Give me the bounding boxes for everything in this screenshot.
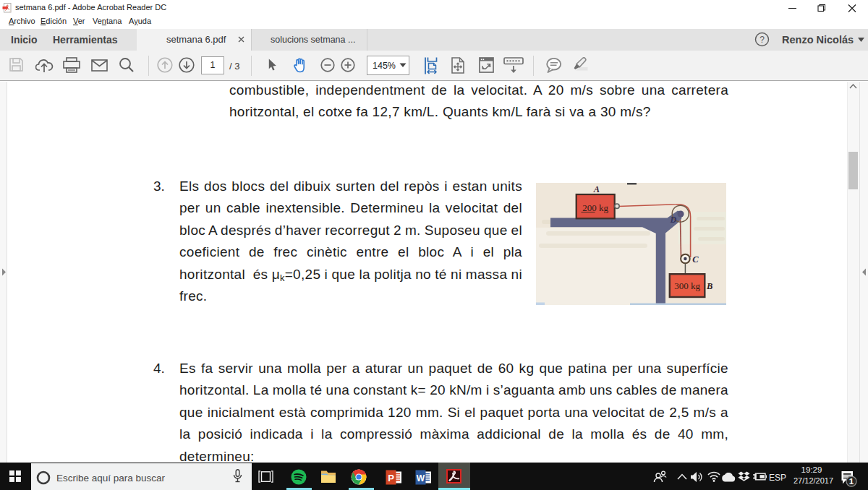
svg-text:B: B	[706, 281, 712, 291]
svg-text:D: D	[670, 215, 677, 225]
svg-text:W: W	[417, 473, 425, 483]
svg-text:A: A	[593, 184, 600, 194]
svg-text:P: P	[388, 473, 394, 483]
svg-text:?: ?	[760, 35, 765, 45]
svg-text:200 kg: 200 kg	[582, 202, 608, 213]
svg-text:300 kg: 300 kg	[674, 280, 700, 291]
svg-text:C: C	[692, 254, 699, 265]
svg-text:1: 1	[849, 477, 854, 486]
